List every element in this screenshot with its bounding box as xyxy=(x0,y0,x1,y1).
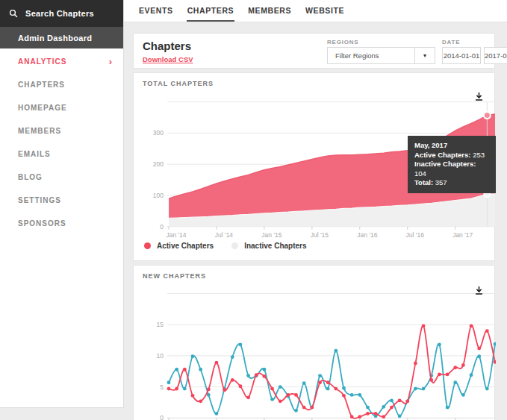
total-chapters-panel: 0100200300Jan '14Jul '14Jan '15Jul '15Ja… xyxy=(133,72,495,261)
svg-text:5: 5 xyxy=(160,383,164,391)
legend-dot-active xyxy=(144,242,151,249)
sidebar-item-members[interactable]: MEMBERS xyxy=(0,119,123,142)
search-input[interactable]: Search Chapters xyxy=(0,0,123,27)
tab-website[interactable]: WEBSITE xyxy=(305,0,345,22)
new-chapters-title: NEW CHAPTERS xyxy=(143,272,206,280)
date-to-input[interactable] xyxy=(484,47,507,64)
regions-dropdown-arrow-icon[interactable]: ▾ xyxy=(414,47,435,64)
page-title: Chapters xyxy=(143,40,191,52)
regions-label: REGIONS xyxy=(327,39,359,46)
legend-dot-inactive xyxy=(231,242,238,249)
tab-chapters[interactable]: CHAPTERS xyxy=(187,0,235,22)
download-csv-link[interactable]: Download CSV xyxy=(143,55,193,63)
sidebar-item-homepage[interactable]: HOMEPAGE xyxy=(0,96,123,119)
tab-members[interactable]: MEMBERS xyxy=(247,0,292,22)
svg-text:300: 300 xyxy=(153,129,164,137)
new-chapters-chart[interactable]: 051015 xyxy=(134,266,496,420)
svg-text:Jul '15: Jul '15 xyxy=(311,231,329,239)
svg-text:Jan '16: Jan '16 xyxy=(357,231,377,239)
new-chapters-panel: 051015 NEW CHAPTERS xyxy=(133,265,495,420)
search-placeholder: Search Chapters xyxy=(25,9,94,18)
svg-text:100: 100 xyxy=(153,192,164,199)
download-chart-icon[interactable] xyxy=(474,91,484,101)
chart-tooltip: May, 2017 Active Chapters: 253 Inactive … xyxy=(408,136,496,193)
tooltip-title: May, 2017 xyxy=(414,141,489,151)
svg-text:Jul '14: Jul '14 xyxy=(215,231,234,239)
svg-text:0: 0 xyxy=(160,223,164,231)
sidebar-item-analytics[interactable]: ANALYTICS › xyxy=(0,50,123,73)
sidebar-item-settings[interactable]: SETTINGS xyxy=(0,189,123,212)
sidebar-item-blog[interactable]: BLOG xyxy=(0,166,123,189)
legend-inactive-chapters[interactable]: Inactive Chapters xyxy=(231,242,306,250)
svg-text:Jul '16: Jul '16 xyxy=(406,231,425,239)
sidebar-item-chapters[interactable]: CHAPTERS xyxy=(0,73,123,96)
chapters-header-panel: Chapters Download CSV REGIONS Filter Reg… xyxy=(133,33,495,69)
regions-filter-select[interactable]: Filter Regions xyxy=(327,47,415,64)
tab-events[interactable]: EVENTS xyxy=(138,0,174,22)
chevron-right-icon: › xyxy=(109,58,113,66)
legend-active-chapters[interactable]: Active Chapters xyxy=(144,242,214,250)
sidebar-item-emails[interactable]: EMAILS xyxy=(0,142,123,166)
svg-text:Jan '17: Jan '17 xyxy=(452,231,473,239)
search-icon xyxy=(9,9,18,18)
admin-dashboard-app: Search Chapters Admin Dashboard ANALYTIC… xyxy=(0,0,507,420)
download-chart-icon[interactable] xyxy=(474,285,484,295)
svg-text:0: 0 xyxy=(160,414,164,420)
date-from-input[interactable] xyxy=(442,47,481,64)
svg-text:10: 10 xyxy=(157,352,164,360)
svg-text:200: 200 xyxy=(153,160,164,168)
sidebar: Search Chapters Admin Dashboard ANALYTIC… xyxy=(0,0,124,408)
svg-text:Jan '14: Jan '14 xyxy=(166,231,186,239)
svg-text:Jan '15: Jan '15 xyxy=(261,231,282,239)
total-chapters-title: TOTAL CHAPTERS xyxy=(143,80,214,87)
sidebar-menu: ANALYTICS › CHAPTERS HOMEPAGE MEMBERS EM… xyxy=(0,48,123,235)
top-nav: EVENTS CHAPTERS MEMBERS WEBSITE xyxy=(124,0,507,22)
chart-legend: Active Chapters Inactive Chapters xyxy=(144,242,307,250)
sidebar-item-admin-dashboard[interactable]: Admin Dashboard xyxy=(0,27,123,48)
svg-text:15: 15 xyxy=(157,321,164,328)
sidebar-item-sponsors[interactable]: SPONSORS xyxy=(0,212,123,235)
date-label: DATE xyxy=(442,39,460,46)
